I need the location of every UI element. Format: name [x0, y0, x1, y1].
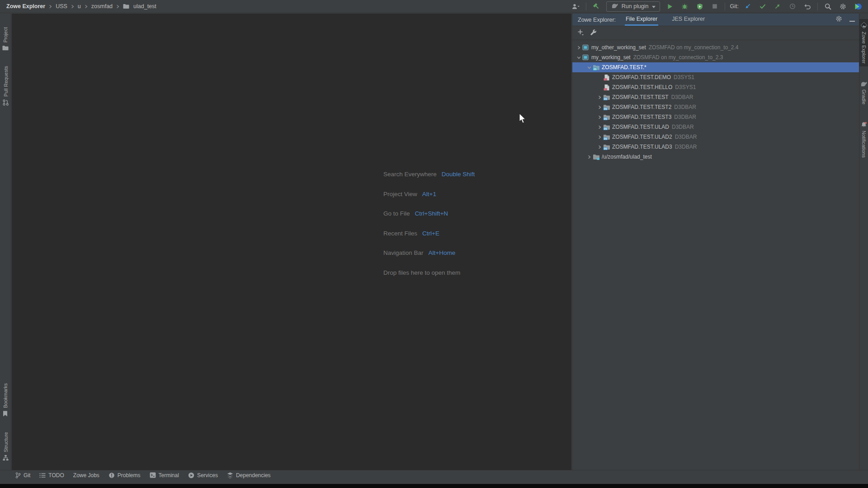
git-update-icon[interactable] — [743, 1, 753, 11]
tree-row[interactable]: DSZOSMFAD.TEST.ULAD2D3DBAR — [572, 132, 859, 142]
run-icon[interactable] — [665, 1, 675, 11]
breadcrumb-item[interactable]: ulad_test — [133, 3, 156, 9]
tree-row[interactable]: DSZOSMFAD.TEST.TEST3D3DBAR — [572, 112, 859, 122]
svg-text:DS: DS — [604, 117, 608, 120]
user-account-icon[interactable] — [571, 1, 581, 11]
zowe-explorer-panel: Zowe Explorer: File ExplorerJES Explorer… — [572, 14, 859, 470]
node-name: ZOSMFAD.TEST.TEST3 — [612, 114, 671, 120]
chevron-right-icon[interactable] — [576, 46, 582, 50]
zowe-icon: Z — [860, 22, 868, 29]
status-bar: GitTODOZowe JobsProblemsTerminalServices… — [0, 470, 868, 480]
chevron-right-icon[interactable] — [596, 115, 603, 119]
add-working-set-icon[interactable] — [577, 29, 584, 38]
tab-file-explorer[interactable]: File Explorer — [625, 14, 658, 26]
statusbar-item-dependencies[interactable]: Dependencies — [222, 470, 275, 480]
settings-wrench-icon[interactable] — [590, 29, 597, 38]
chevron-right-icon[interactable] — [596, 145, 603, 149]
tool-stripe-button-project[interactable]: Project — [1, 24, 9, 53]
svg-text:Z: Z — [862, 25, 866, 28]
build-hammer-icon[interactable] — [591, 1, 601, 11]
tool-stripe-button-structure[interactable]: Structure — [2, 429, 9, 464]
tool-stripe-label: Zowe Explorer — [861, 32, 867, 64]
chevron-right-icon[interactable] — [596, 95, 603, 99]
statusbar-item-label: Git — [24, 472, 30, 479]
stop-icon — [710, 1, 720, 11]
chevron-right-icon[interactable] — [586, 155, 593, 159]
shortcut-keystroke: Double Shift — [442, 171, 475, 178]
bell-icon — [861, 122, 867, 128]
tool-stripe-button-pull-requests[interactable]: Pull Requests — [2, 63, 9, 108]
shortcut-hint-row: Project ViewAlt+1 — [383, 184, 475, 204]
shortcut-hint-row: Drop files here to open them — [383, 263, 475, 283]
tree-row[interactable]: ZOSMFAD.TEST.HELLOD3SYS1 — [572, 82, 859, 92]
tree-row[interactable]: DSZOSMFAD.TEST.TESTD3DBAR — [572, 92, 859, 102]
run-configuration-select[interactable]: Run plugin — [606, 1, 660, 12]
chevron-right-icon[interactable] — [596, 135, 603, 139]
statusbar-item-zowe-jobs[interactable]: Zowe Jobs — [69, 470, 104, 480]
breadcrumb-item[interactable]: u — [78, 3, 81, 9]
editor-area[interactable]: Search EverywhereDouble ShiftProject Vie… — [12, 14, 571, 470]
tree-row[interactable]: /u/zosmfad/ulad_test — [572, 152, 859, 162]
git-commit-icon[interactable] — [758, 1, 768, 11]
shortcut-hint-row: Navigation BarAlt+Home — [383, 243, 475, 263]
panel-gear-icon[interactable] — [835, 15, 842, 24]
node-name: ZOSMFAD.TEST.ULAD3 — [612, 144, 672, 150]
statusbar-item-git[interactable]: Git — [11, 470, 35, 480]
breadcrumb-separator-icon — [84, 5, 88, 9]
tool-stripe-label: Notifications — [861, 131, 867, 158]
tool-stripe-label: Pull Requests — [3, 66, 8, 97]
breadcrumb-item[interactable]: USS — [56, 3, 67, 9]
working-set-icon — [582, 54, 590, 61]
breadcrumb-item[interactable]: zosmfad — [91, 3, 113, 9]
tree-row[interactable]: DSZOSMFAD.TEST.ULAD3D3DBAR — [572, 142, 859, 152]
screen-bottom-strip — [0, 484, 868, 488]
statusbar-item-problems[interactable]: Problems — [104, 470, 145, 480]
breadcrumb-separator-icon — [116, 5, 120, 9]
tool-stripe-button-gradle[interactable]: Gradle — [859, 78, 868, 107]
search-icon[interactable] — [823, 1, 833, 11]
statusbar-item-label: Dependencies — [236, 472, 271, 479]
tab-jes-explorer[interactable]: JES Explorer — [671, 14, 706, 26]
statusbar-item-services[interactable]: Services — [184, 470, 222, 480]
chevron-right-icon[interactable] — [596, 125, 603, 129]
pds-icon: DS — [603, 144, 611, 150]
tree-row[interactable]: my_working_setZOSMFAD on my_connection_t… — [572, 52, 859, 62]
tree-row[interactable]: DSZOSMFAD.TEST.ULADD3DBAR — [572, 122, 859, 132]
top-bar: Zowe ExplorerUSSuzosmfadulad_test Run pl… — [0, 0, 868, 13]
node-suffix: D3DBAR — [675, 144, 697, 150]
statusbar-item-label: Zowe Jobs — [73, 472, 99, 479]
tree-row[interactable]: ZOSMFAD.TEST.DEMOD3SYS1 — [572, 72, 859, 82]
breadcrumb-item[interactable]: Zowe Explorer — [6, 3, 45, 9]
shortcut-keystroke: Alt+1 — [422, 191, 436, 197]
tree-row[interactable]: DSZOSMFAD.TEST.* — [572, 62, 859, 72]
statusbar-item-terminal[interactable]: Terminal — [145, 470, 184, 480]
tree-row[interactable]: DSZOSMFAD.TEST.TEST2D3DBAR — [572, 102, 859, 112]
tool-stripe-button-zowe-explorer[interactable]: ZZowe Explorer — [859, 19, 868, 66]
gear-icon[interactable] — [838, 1, 848, 11]
chevron-down-icon[interactable] — [576, 56, 582, 60]
svg-text:DS: DS — [594, 67, 597, 70]
debug-icon[interactable] — [680, 1, 690, 11]
git-push-icon[interactable] — [773, 1, 783, 11]
bookmark-icon — [3, 411, 8, 417]
terminal-icon — [150, 472, 156, 478]
chevron-down-icon[interactable] — [586, 66, 593, 70]
node-name: my_other_working_set — [591, 44, 646, 51]
coverage-icon[interactable] — [695, 1, 705, 11]
uss-folder-icon — [593, 154, 601, 160]
chevron-right-icon[interactable] — [596, 105, 603, 109]
tool-stripe-button-bookmarks[interactable]: Bookmarks — [2, 380, 9, 419]
tool-stripe-button-notifications[interactable]: Notifications — [860, 119, 868, 160]
statusbar-item-todo[interactable]: TODO — [35, 470, 68, 480]
app-logo-icon[interactable] — [853, 1, 863, 11]
node-name: my_working_set — [591, 54, 631, 61]
hide-panel-icon[interactable] — [849, 16, 855, 24]
rollback-icon[interactable] — [802, 1, 812, 11]
tool-stripe-label: Project — [3, 27, 8, 42]
shortcut-keystroke: Alt+Home — [429, 249, 456, 256]
tree-row[interactable]: my_other_working_setZOSMFAD on my_connec… — [572, 42, 859, 52]
statusbar-item-label: Services — [197, 472, 218, 479]
folder-icon — [123, 4, 129, 9]
node-suffix: D3DBAR — [672, 124, 694, 130]
node-suffix: D3DBAR — [674, 104, 696, 110]
